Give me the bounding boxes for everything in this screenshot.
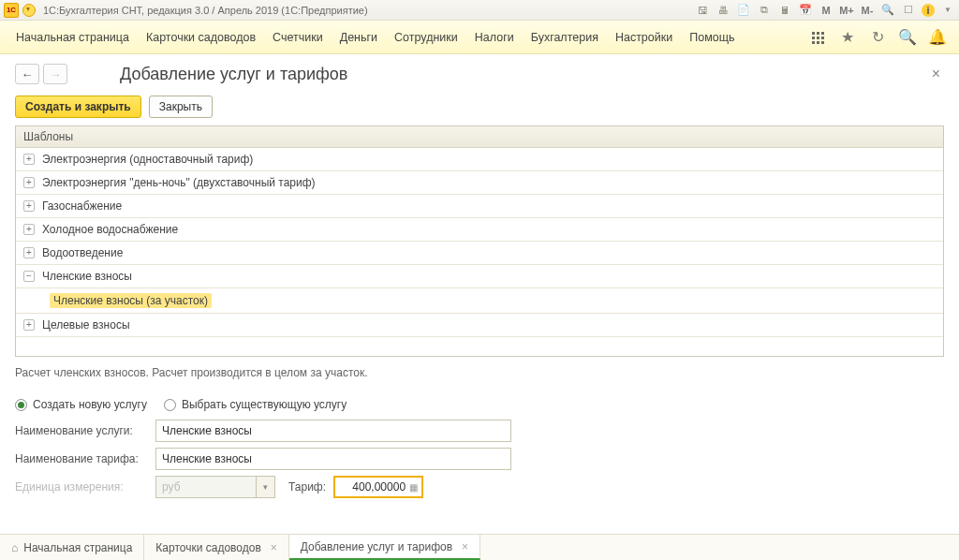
template-label: Холодное водоснабжение <box>42 223 178 236</box>
tariff-name-label: Наименование тарифа: <box>15 452 155 465</box>
menu-staff[interactable]: Сотрудники <box>386 31 466 44</box>
expand-icon[interactable]: + <box>23 319 35 331</box>
expand-icon[interactable]: + <box>23 224 35 235</box>
calculator-icon[interactable]: 🖩 <box>777 3 792 18</box>
info-icon[interactable]: i <box>922 4 935 17</box>
radio-unselected-icon <box>164 399 176 411</box>
tab-close-icon[interactable]: × <box>462 540 468 553</box>
template-label: Электроэнергия (одноставочный тариф) <box>42 153 253 166</box>
apps-grid-icon[interactable] <box>809 29 826 46</box>
page-header-bar: ← → Добавление услуг и тарифов × <box>0 54 959 92</box>
template-label: Электроэнергия "день-ночь" (двухставочны… <box>42 176 316 189</box>
notifications-bell-icon[interactable]: 🔔 <box>929 29 946 46</box>
template-row[interactable]: + Холодное водоснабжение <box>16 218 943 242</box>
expand-icon[interactable]: + <box>23 200 35 212</box>
expand-icon[interactable]: + <box>23 177 35 188</box>
radio-create-new[interactable]: Создать новую услугу <box>15 398 147 411</box>
close-button[interactable]: Закрыть <box>149 96 213 118</box>
unit-label: Единица измерения: <box>15 480 155 494</box>
bottom-tab-add-label: Добавление услуг и тарифов <box>301 540 452 553</box>
bottom-tabs-bar: ⌂ Начальная страница Карточки садоводов … <box>0 534 959 560</box>
favorites-star-icon[interactable]: ★ <box>839 29 856 46</box>
calculator-mini-icon[interactable]: ▦ <box>409 482 418 493</box>
template-description: Расчет членских взносов. Расчет производ… <box>0 357 959 379</box>
radio-choose-existing[interactable]: Выбрать существующую услугу <box>164 398 347 411</box>
template-sub-label: Членские взносы (за участок) <box>50 293 212 308</box>
save-icon[interactable]: 🖫 <box>695 3 710 18</box>
menu-help[interactable]: Помощь <box>681 31 743 44</box>
expand-icon[interactable]: + <box>23 154 35 165</box>
info-dropdown-icon[interactable]: ▼ <box>940 3 955 18</box>
print-icon[interactable]: 🖶 <box>716 3 730 18</box>
m-plus-icon[interactable]: M+ <box>839 3 854 18</box>
template-row-expanded[interactable]: − Членские взносы <box>16 265 943 288</box>
nav-forward-button[interactable]: → <box>43 64 67 84</box>
tariff-name-input[interactable] <box>155 448 511 470</box>
menu-right-tools: ★ ↻ 🔍 🔔 <box>809 29 952 46</box>
collapse-icon[interactable]: − <box>23 271 35 282</box>
service-name-label: Наименование услуги: <box>15 424 155 437</box>
menu-money[interactable]: Деньги <box>332 31 386 44</box>
menu-home[interactable]: Начальная страница <box>7 31 138 44</box>
service-mode-radios: Создать новую услугу Выбрать существующу… <box>0 379 959 417</box>
bottom-tab-home-label: Начальная страница <box>23 541 132 554</box>
title-bar: 1C 1С:Бухгалтерия СНТ, редакция 3.0 / Ап… <box>0 0 959 21</box>
template-row[interactable]: + Водоотведение <box>16 242 943 265</box>
form-row-tariff-name: Наименование тарифа: <box>0 445 959 473</box>
tarif-label: Тариф: <box>288 480 326 494</box>
tarif-value: 400,00000 <box>352 480 406 494</box>
radio-selected-icon <box>15 399 27 411</box>
bottom-tab-add-services[interactable]: Добавление услуг и тарифов × <box>289 535 480 560</box>
form-row-service-name: Наименование услуги: <box>0 417 959 445</box>
template-label: Целевые взносы <box>42 318 130 332</box>
template-label: Водоотведение <box>42 246 123 259</box>
app-menu-dropdown[interactable] <box>22 4 36 17</box>
template-label: Членские взносы <box>42 270 132 283</box>
page-close-button[interactable]: × <box>932 66 944 82</box>
create-and-close-button[interactable]: Создать и закрыть <box>15 96 141 118</box>
template-row[interactable]: + Электроэнергия (одноставочный тариф) <box>16 148 943 171</box>
bottom-tab-cards[interactable]: Карточки садоводов × <box>144 535 288 560</box>
menu-cards[interactable]: Карточки садоводов <box>138 31 264 44</box>
templates-empty-space <box>16 337 943 356</box>
unit-dropdown-button: ▾ <box>257 476 275 498</box>
main-menu-bar: Начальная страница Карточки садоводов Сч… <box>0 21 959 54</box>
template-row[interactable]: + Целевые взносы <box>16 314 943 337</box>
expand-icon[interactable]: + <box>23 247 35 258</box>
bottom-tab-cards-label: Карточки садоводов <box>155 541 260 554</box>
menu-counters[interactable]: Счетчики <box>264 31 332 44</box>
actions-row: Создать и закрыть Закрыть <box>0 92 959 125</box>
radio-create-new-label: Создать новую услугу <box>33 398 147 411</box>
history-icon[interactable]: ↻ <box>869 29 886 46</box>
tab-close-icon[interactable]: × <box>271 541 277 554</box>
unit-combo: ▾ <box>155 476 275 498</box>
window-icon[interactable]: ☐ <box>901 3 916 18</box>
template-row[interactable]: + Газоснабжение <box>16 195 943 218</box>
search-icon[interactable]: 🔍 <box>899 29 916 46</box>
template-label: Газоснабжение <box>42 199 122 213</box>
m-icon[interactable]: M <box>819 3 834 18</box>
tarif-input[interactable]: 400,00000 ▦ <box>333 476 423 498</box>
service-name-input[interactable] <box>155 420 511 442</box>
zoom-icon[interactable]: 🔍 <box>880 3 895 18</box>
templates-panel: Шаблоны + Электроэнергия (одноставочный … <box>15 125 944 357</box>
radio-choose-existing-label: Выбрать существующую услугу <box>182 398 347 411</box>
nav-back-button[interactable]: ← <box>15 64 39 84</box>
page-title: Добавление услуг и тарифов <box>120 65 347 84</box>
unit-input <box>155 476 257 498</box>
calendar-icon[interactable]: 📅 <box>798 3 813 18</box>
menu-settings[interactable]: Настройки <box>607 31 681 44</box>
templates-header: Шаблоны <box>16 126 943 148</box>
home-icon: ⌂ <box>11 541 18 554</box>
print-preview-icon[interactable]: 📄 <box>736 3 751 18</box>
template-row[interactable]: + Электроэнергия "день-ночь" (двухставоч… <box>16 171 943 195</box>
menu-taxes[interactable]: Налоги <box>466 31 523 44</box>
bottom-tab-home[interactable]: ⌂ Начальная страница <box>0 535 144 560</box>
template-sub-row-selected[interactable]: Членские взносы (за участок) <box>16 288 943 314</box>
m-minus-icon[interactable]: M- <box>860 3 875 18</box>
app-logo-icon: 1C <box>4 3 19 18</box>
compare-icon[interactable]: ⧉ <box>757 3 772 18</box>
form-row-unit: Единица измерения: ▾ Тариф: 400,00000 ▦ <box>0 473 959 501</box>
menu-accounting[interactable]: Бухгалтерия <box>523 31 607 44</box>
window-title: 1С:Бухгалтерия СНТ, редакция 3.0 / Апрел… <box>43 5 368 16</box>
